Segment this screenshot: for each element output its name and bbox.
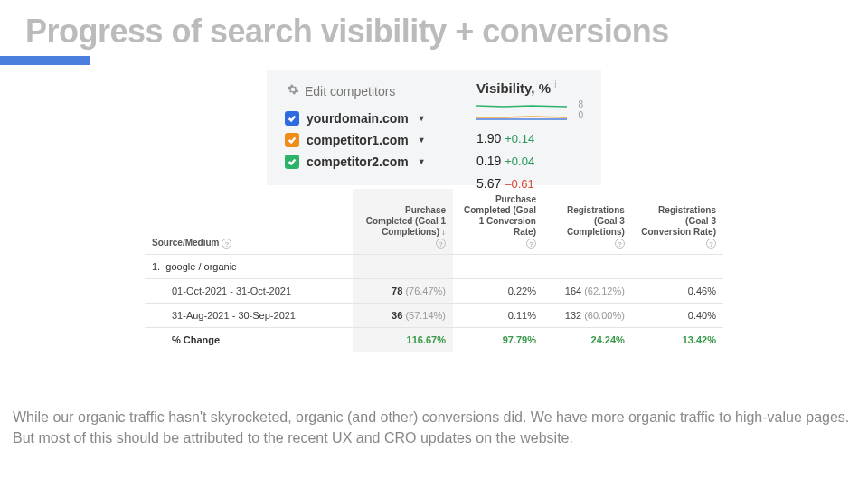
sparkline-chart: 8 0 [476, 99, 567, 123]
accent-bar [0, 56, 90, 65]
help-icon[interactable]: ? [436, 239, 446, 249]
spark-min: 0 [578, 110, 583, 121]
col-purchase-completions[interactable]: Purchase Completed (Goal 1 Completions)↓… [353, 189, 453, 255]
competitor-domain: competitor1.com [307, 133, 409, 147]
visibility-title: Visibility, % i [476, 80, 621, 96]
visibility-value-row: 0.19+0.04 [476, 154, 621, 168]
help-icon[interactable]: ? [615, 239, 625, 249]
visibility-column: Visibility, % i 8 0 1.90+0.14 0.19+0.04 [476, 70, 621, 199]
edit-competitors-label: Edit competitors [305, 84, 395, 99]
table-group-row: 1. google / organic [145, 255, 723, 279]
col-source[interactable]: Source/Medium? [145, 189, 353, 255]
help-icon[interactable]: ? [526, 239, 536, 249]
visibility-value-row: 5.67–0.61 [476, 176, 621, 191]
table-row: 31-Aug-2021 - 30-Sep-2021 36 (57.14%) 0.… [145, 304, 723, 328]
body-paragraph: While our organic traffic hasn't skyrock… [13, 407, 855, 448]
analytics-table: Source/Medium? Purchase Completed (Goal … [145, 189, 723, 352]
spark-max: 8 [578, 99, 583, 110]
help-icon[interactable]: ? [222, 239, 231, 249]
gear-icon [287, 83, 299, 99]
page-title: Progress of search visibility + conversi… [0, 0, 868, 56]
checkbox-icon [285, 111, 299, 126]
chevron-down-icon: ▼ [418, 157, 426, 166]
chevron-down-icon: ▼ [418, 136, 426, 145]
help-icon[interactable]: ? [706, 239, 716, 249]
checkbox-icon [285, 155, 299, 169]
info-icon: i [554, 80, 556, 89]
table-change-row: % Change 116.67% 97.79% 24.24% 13.42% [145, 328, 723, 352]
chevron-down-icon: ▼ [418, 114, 426, 123]
competitor-domain: yourdomain.com [307, 111, 409, 126]
visibility-value-row: 1.90+0.14 [476, 131, 621, 145]
checkbox-icon [285, 133, 299, 147]
competitor-domain: competitor2.com [307, 155, 409, 169]
visibility-panel: Edit competitors yourdomain.com ▼ compet… [267, 70, 601, 185]
table-row: 01-Oct-2021 - 31-Oct-2021 78 (76.47%) 0.… [145, 279, 723, 304]
col-reg-rate[interactable]: Registrations (Goal 3 Conversion Rate)? [632, 189, 723, 255]
sort-desc-icon: ↓ [441, 227, 446, 237]
